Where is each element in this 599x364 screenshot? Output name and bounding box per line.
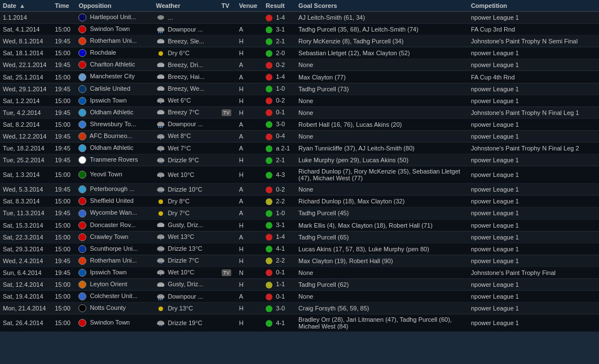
cell-competition: npower League 1 [468, 207, 599, 219]
table-row[interactable]: Sat, 26.4.2014 15:00 Swindon Town Drizzl… [0, 314, 599, 332]
table-row[interactable]: Wed, 2.4.2014 19:45 Rotherham Uni... Dri… [0, 255, 599, 267]
weather-text: Drizzle 10°C [168, 186, 202, 193]
cell-goalscorers: Craig Forsyth (56, 59, 85) [296, 303, 468, 314]
table-row[interactable]: Sat, 19.4.2014 15:00 Colchester Unit... … [0, 291, 599, 303]
team-badge [78, 85, 86, 93]
table-row[interactable]: Sat, 1.3.2014 15:00 Yeovil Town Wet 10°C… [0, 166, 599, 184]
table-row[interactable]: Sat, 4.1.2014 15:00 Swindon Town Downpou… [0, 24, 599, 35]
svg-line-40 [160, 150, 161, 152]
col-header-time[interactable]: Time [52, 0, 76, 12]
table-row[interactable]: Sat, 1.2.2014 15:00 Ipswich Town Wet 6°C… [0, 95, 599, 106]
table-row[interactable]: Wed, 12.2.2014 19:45 AFC Bourneo... Wet … [0, 130, 599, 142]
svg-point-83 [160, 295, 164, 299]
table-row[interactable]: Wed, 22.1.2014 19:45 Charlton Athletic B… [0, 59, 599, 71]
fixtures-table: Date ▲ Time Opposition Weather TV Venue [0, 0, 599, 332]
table-row[interactable]: Tue, 18.2.2014 19:45 Oldham Athletic Wet… [0, 143, 599, 154]
col-header-tv[interactable]: TV [219, 0, 236, 12]
table-row[interactable]: Sat, 18.1.2014 15:00 Rochdale Dry 6°C H … [0, 47, 599, 59]
svg-point-75 [157, 271, 161, 274]
cell-result: 0-1 [263, 267, 296, 278]
result-indicator [266, 172, 272, 179]
cell-venue: A [236, 196, 263, 207]
cell-date: Tue, 11.3.2014 [0, 207, 52, 219]
team-badge [78, 319, 86, 327]
cell-result: 4-1 [263, 243, 296, 255]
svg-line-72 [160, 263, 160, 264]
team-name: AFC Bourneo... [90, 132, 133, 139]
result-score: 0-1 [276, 293, 285, 300]
col-header-date[interactable]: Date ▲ [0, 0, 52, 12]
team-name: Rotherham Uni... [90, 257, 136, 264]
cell-goalscorers: None [296, 130, 468, 142]
weather-text: Breezy 7°C [168, 109, 200, 116]
svg-point-13 [160, 64, 164, 67]
team-name: Shrewsbury To... [90, 121, 136, 127]
cell-weather: Dry 7°C [153, 207, 219, 219]
svg-point-25 [157, 111, 161, 114]
svg-point-61 [157, 236, 161, 239]
col-header-result[interactable]: Result [263, 0, 296, 12]
table-row[interactable]: Sun, 6.4.2014 19:45 Ipswich Town Wet 10°… [0, 267, 599, 278]
result-indicator [266, 222, 272, 229]
table-row[interactable]: Sat, 22.3.2014 15:00 Crawley Town Wet 13… [0, 231, 599, 243]
table-row[interactable]: Sat, 8.3.2014 15:00 Sheffield United Dry… [0, 196, 599, 207]
table-row[interactable]: Sat, 8.2.2014 15:00 Shrewsbury To... Dow… [0, 118, 599, 130]
cell-weather: Dry 6°C [153, 47, 219, 59]
cell-weather: Breezy, Hai... [153, 71, 219, 83]
cell-opposition: Hartlepool Unit... [76, 12, 153, 24]
cell-opposition: Leyton Orient [76, 278, 153, 290]
cell-time: 19:45 [52, 59, 76, 71]
team-name: Sheffield United [90, 197, 133, 204]
team-badge [78, 257, 86, 265]
result-score: 4-3 [276, 171, 285, 178]
col-header-opposition[interactable]: Opposition [76, 0, 153, 12]
tv-badge: TV [222, 109, 232, 116]
table-row[interactable]: Wed, 29.1.2014 19:45 Carlisle United Bre… [0, 83, 599, 95]
table-row[interactable]: Sat, 29.3.2014 15:00 Scunthorpe Uni... D… [0, 243, 599, 255]
svg-point-90 [160, 322, 164, 325]
table-row[interactable]: Wed, 5.3.2014 19:45 Peterborough ... Dri… [0, 184, 599, 196]
svg-point-2 [157, 28, 161, 32]
table-row[interactable]: Sat, 15.3.2014 15:00 Doncaster Rov... Gu… [0, 219, 599, 231]
cell-competition: Johnstone's Paint Trophy N Final Leg 2 [468, 143, 599, 154]
cell-result: 2-1 [263, 154, 296, 166]
table-row[interactable]: Sat, 12.4.2014 15:00 Leyton Orient Gusty… [0, 278, 599, 290]
table-row[interactable]: Mon, 21.4.2014 15:00 Notts County Dry 13… [0, 303, 599, 314]
cell-venue: A [236, 59, 263, 71]
cell-competition: npower League 1 [468, 255, 599, 267]
cell-result: 4-1 [263, 314, 296, 332]
svg-point-43 [160, 159, 164, 162]
svg-line-36 [160, 139, 161, 140]
cell-date: Wed, 8.1.2014 [0, 35, 52, 47]
svg-point-87 [158, 307, 163, 311]
cell-goalscorers: None [296, 106, 468, 118]
team-badge [78, 156, 86, 164]
weather-text: Wet 6°C [168, 97, 191, 104]
svg-point-55 [158, 199, 163, 204]
col-header-weather[interactable]: Weather [153, 0, 219, 12]
cell-date: Tue, 4.2.2014 [0, 106, 52, 118]
col-header-competition[interactable]: Competition [468, 0, 599, 12]
result-indicator [266, 38, 272, 45]
cell-weather: Gusty, Driz... [153, 219, 219, 231]
cell-weather: Wet 8°C [153, 130, 219, 142]
col-header-goalscorers[interactable]: Goal Scorers [296, 0, 468, 12]
table-row[interactable]: Tue, 25.2.2014 19:45 Tranmere Rovers Dri… [0, 154, 599, 166]
cell-venue: H [236, 303, 263, 314]
team-badge [78, 132, 86, 140]
cell-competition: npower League 1 [468, 166, 599, 184]
svg-line-68 [161, 251, 162, 252]
team-name: Swindon Town [90, 319, 130, 326]
result-indicator [266, 121, 272, 128]
table-row[interactable]: Tue, 11.3.2014 19:45 Wycombe Wan... Dry … [0, 207, 599, 219]
table-row[interactable]: Wed, 8.1.2014 19:45 Rotherham Uni... Bre… [0, 35, 599, 47]
table-row[interactable]: Tue, 4.2.2014 19:45 Oldham Athletic Bree… [0, 106, 599, 118]
result-indicator [266, 210, 272, 217]
cell-weather: Drizzle 9°C [153, 154, 219, 166]
cell-tv [219, 255, 236, 267]
cell-result: 2-2 [263, 255, 296, 267]
table-row[interactable]: Sat, 25.1.2014 15:00 Manchester City Bre… [0, 71, 599, 83]
col-header-venue[interactable]: Venue [236, 0, 263, 12]
table-row[interactable]: 1.1.2014 Hartlepool Unit... ... 1-4 AJ L… [0, 12, 599, 24]
cell-competition: npower League 1 [468, 47, 599, 59]
